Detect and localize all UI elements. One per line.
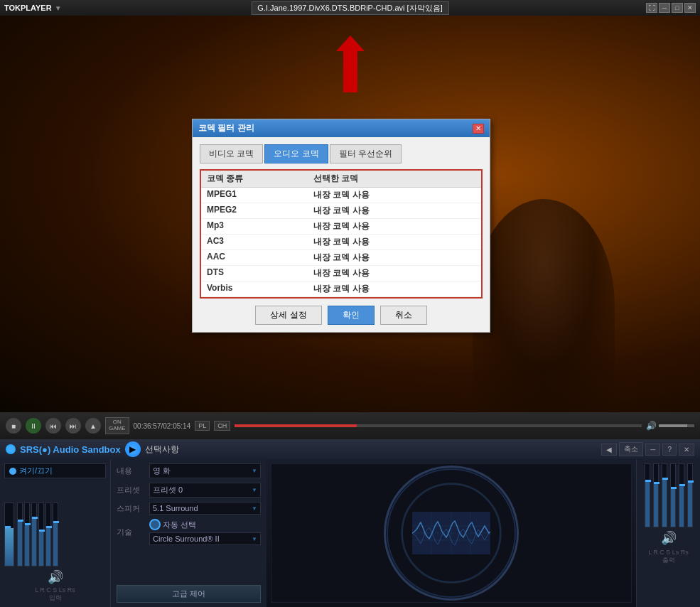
- speaker-row: 스피커 5.1 Surround ▼: [117, 502, 261, 515]
- detail-settings-button[interactable]: 상세 설정: [255, 306, 321, 325]
- dialog-title: 코덱 필터 관리: [198, 122, 254, 134]
- srs-header-title: 선택사항: [145, 444, 179, 456]
- table-row[interactable]: AAC내장 코덱 사용: [201, 250, 481, 266]
- controls-bar: ■ ⏸ ⏮ ⏭ ▲ ONGAME 00:36:57/02:05:14 PL CH…: [0, 412, 700, 439]
- tech-row: 기술 자동 선택 Circle Surround® II ▼: [117, 519, 261, 545]
- titlebar-controls: ⛶ ─ □ ✕: [646, 3, 696, 13]
- srs-play-button[interactable]: ▶: [125, 441, 141, 457]
- open-button[interactable]: ▲: [85, 418, 101, 434]
- tech-controls: 자동 선택 Circle Surround® II ▼: [149, 519, 261, 545]
- out-slider-1-track[interactable]: [645, 463, 650, 527]
- slider-2-track[interactable]: [24, 503, 30, 566]
- codec-selected-cell: 내장 코덱 사용: [313, 267, 475, 279]
- content-dropdown[interactable]: 영 화 ▼: [149, 463, 261, 478]
- progress-bar[interactable]: [235, 424, 642, 427]
- stop-button[interactable]: ■: [6, 418, 21, 434]
- output-channel-label: L R C S Ls Rs출력: [648, 549, 689, 565]
- maximize-button[interactable]: □: [672, 3, 683, 13]
- ch-button[interactable]: CH: [214, 421, 230, 431]
- codec-dialog: 코덱 필터 관리 ✕ 비디오 코덱 오디오 코덱 필터 우선순위 코덱 종류 선…: [192, 119, 490, 333]
- tab-filter-priority[interactable]: 필터 우선순위: [330, 144, 402, 163]
- visualizer-svg: [271, 464, 631, 602]
- srs-minimize-button[interactable]: ─: [645, 444, 660, 456]
- srs-center-panel: 내용 영 화 ▼ 프리셋 프리셋 0 ▼ 스피커 5.1 Surround ▼: [110, 459, 266, 607]
- srs-shrink-button[interactable]: 축소: [619, 442, 643, 456]
- out-slider-4-track[interactable]: [670, 463, 676, 527]
- slider-4-track[interactable]: [38, 503, 44, 566]
- srs-back-button[interactable]: ◀: [601, 444, 617, 456]
- on-off-indicator: [9, 468, 16, 475]
- tech-toggle-label: 자동 선택: [163, 520, 196, 530]
- main-slider-track[interactable]: [4, 503, 14, 566]
- out-slider-2-track[interactable]: [653, 463, 659, 527]
- out-slider-5-track[interactable]: [679, 463, 684, 527]
- tech-toggle-circle: [149, 519, 161, 530]
- pl-button[interactable]: PL: [195, 421, 210, 431]
- preset-dropdown[interactable]: 프리셋 0 ▼: [149, 483, 261, 498]
- codec-selected-cell: 내장 코덱 사용: [313, 283, 475, 295]
- codec-type-cell: MPEG2: [207, 205, 313, 217]
- out-slider-4: [670, 463, 676, 527]
- ok-button[interactable]: 확인: [328, 306, 375, 325]
- minimize-button[interactable]: ─: [659, 3, 670, 13]
- speaker-dropdown[interactable]: 5.1 Surround ▼: [149, 502, 261, 515]
- slider-5: [45, 503, 51, 566]
- video-figure: [473, 199, 615, 412]
- srs-visualizer: [271, 463, 632, 603]
- window-title: G.I.Jane.1997.DivX6.DTS.BDRiP-CHD.avi [자…: [251, 1, 448, 15]
- out-slider-6-track[interactable]: [687, 463, 693, 527]
- slider-3-track[interactable]: [31, 503, 37, 566]
- slider-6-track[interactable]: [53, 503, 58, 566]
- pause-button[interactable]: ⏸: [26, 418, 41, 434]
- preset-label: 프리셋: [117, 485, 145, 495]
- codec-selected-cell: 내장 코덱 사용: [313, 236, 475, 248]
- tab-audio-codec[interactable]: 오디오 코덱: [264, 144, 328, 163]
- slider-5-track[interactable]: [45, 503, 51, 566]
- table-row[interactable]: MPEG1내장 코덱 사용: [201, 188, 481, 203]
- on-off-label: 켜기/끄기: [19, 466, 53, 476]
- volume-icon: 🔊: [646, 421, 657, 431]
- volume-area: 🔊: [646, 421, 694, 431]
- speaker-label: 스피커: [117, 503, 145, 514]
- main-slider: [4, 503, 14, 566]
- out-slider-3-track[interactable]: [662, 463, 667, 527]
- on-off-toggle[interactable]: 켜기/끄기: [4, 463, 106, 478]
- tech-value: Circle Surround® II: [153, 535, 220, 543]
- next-button[interactable]: ⏭: [65, 418, 81, 434]
- table-row[interactable]: Vorbis내장 코덱 사용: [201, 281, 481, 297]
- tab-video-codec[interactable]: 비디오 코덱: [200, 144, 263, 163]
- content-dropdown-arrow: ▼: [252, 468, 257, 474]
- advanced-control-button[interactable]: 고급 제어: [117, 585, 261, 603]
- codec-type-cell: Mp3: [207, 220, 313, 232]
- dialog-close-button[interactable]: ✕: [473, 124, 484, 134]
- codec-selected-cell: 내장 코덱 사용: [313, 220, 475, 232]
- time-display: 00:36:57/02:05:14: [134, 422, 191, 430]
- slider-4: [38, 503, 44, 566]
- slider-3: [31, 503, 37, 566]
- volume-fill: [659, 424, 687, 427]
- table-row[interactable]: DTS내장 코덱 사용: [201, 266, 481, 281]
- out-slider-2: [653, 463, 659, 527]
- table-row[interactable]: Mp3내장 코덱 사용: [201, 219, 481, 235]
- table-row[interactable]: MPEG2내장 코덱 사용: [201, 203, 481, 219]
- tech-toggle[interactable]: 자동 선택: [149, 519, 261, 530]
- codec-type-cell: Vorbis: [207, 283, 313, 295]
- fullscreen-button[interactable]: ⛶: [646, 3, 657, 13]
- close-button[interactable]: ✕: [684, 3, 696, 13]
- col-codec-type-header: 코덱 종류: [207, 173, 313, 185]
- srs-help-button[interactable]: ?: [662, 444, 677, 456]
- cancel-button[interactable]: 취소: [380, 306, 427, 325]
- titlebar-dropdown-icon[interactable]: ▼: [55, 4, 62, 12]
- col-selected-header: 선택한 코덱: [313, 173, 475, 185]
- volume-bar[interactable]: [659, 424, 694, 427]
- srs-power-icon: [6, 444, 16, 454]
- slider-1-track[interactable]: [17, 503, 23, 566]
- tech-dropdown-arrow: ▼: [252, 536, 257, 542]
- on-game-button[interactable]: ONGAME: [105, 417, 129, 434]
- table-row[interactable]: AC3내장 코덱 사용: [201, 235, 481, 250]
- tech-dropdown[interactable]: Circle Surround® II ▼: [149, 532, 261, 545]
- dialog-tabs: 비디오 코덱 오디오 코덱 필터 우선순위: [200, 144, 483, 163]
- prev-button[interactable]: ⏮: [45, 418, 61, 434]
- progress-fill: [235, 424, 357, 427]
- srs-close-button[interactable]: ✕: [679, 444, 694, 456]
